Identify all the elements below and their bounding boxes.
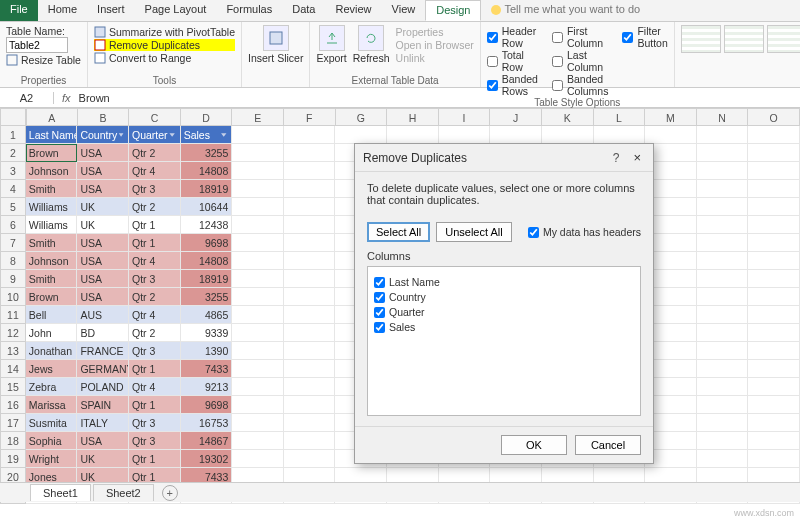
cell[interactable] — [232, 306, 284, 324]
cell[interactable]: Brown — [26, 288, 78, 306]
cell[interactable] — [697, 252, 749, 270]
row-header[interactable]: 19 — [0, 450, 26, 468]
cell[interactable]: Qtr 3 — [129, 180, 181, 198]
cell[interactable] — [232, 360, 284, 378]
column-checkbox[interactable]: Last Name — [374, 276, 634, 288]
cell[interactable]: POLAND — [77, 378, 129, 396]
column-checkbox[interactable]: Quarter — [374, 306, 634, 318]
row-header[interactable]: 16 — [0, 396, 26, 414]
col-header[interactable]: O — [748, 108, 800, 126]
row-header[interactable]: 14 — [0, 360, 26, 378]
cell[interactable] — [387, 126, 439, 144]
cell[interactable]: Smith — [26, 180, 78, 198]
cell[interactable] — [697, 414, 749, 432]
cell[interactable] — [697, 324, 749, 342]
cell[interactable]: Qtr 4 — [129, 252, 181, 270]
cell[interactable] — [232, 198, 284, 216]
cell[interactable] — [232, 288, 284, 306]
cell[interactable] — [284, 414, 336, 432]
cell[interactable] — [748, 270, 800, 288]
cell[interactable] — [645, 126, 697, 144]
cell[interactable] — [284, 450, 336, 468]
tab-insert[interactable]: Insert — [87, 0, 135, 21]
row-header[interactable]: 15 — [0, 378, 26, 396]
column-checkbox[interactable]: Country — [374, 291, 634, 303]
cell[interactable]: Qtr 4 — [129, 306, 181, 324]
row-header[interactable]: 3 — [0, 162, 26, 180]
select-all-button[interactable]: Select All — [367, 222, 430, 242]
cell[interactable]: Johnson — [26, 162, 78, 180]
tab-home[interactable]: Home — [38, 0, 87, 21]
col-header[interactable]: G — [336, 108, 388, 126]
row-header[interactable]: 12 — [0, 324, 26, 342]
cell[interactable] — [697, 450, 749, 468]
unselect-all-button[interactable]: Unselect All — [436, 222, 511, 242]
cell[interactable] — [284, 360, 336, 378]
cell[interactable]: AUS — [77, 306, 129, 324]
cell[interactable] — [697, 144, 749, 162]
cell[interactable]: Qtr 2 — [129, 198, 181, 216]
table-header-cell[interactable]: Sales — [181, 126, 233, 144]
cell[interactable]: Marissa — [26, 396, 78, 414]
col-header[interactable]: K — [542, 108, 594, 126]
cell[interactable]: 14808 — [181, 252, 233, 270]
cell[interactable]: USA — [77, 288, 129, 306]
row-header[interactable]: 2 — [0, 144, 26, 162]
cell[interactable]: Susmita — [26, 414, 78, 432]
cell[interactable] — [697, 288, 749, 306]
cell[interactable] — [697, 342, 749, 360]
tab-review[interactable]: Review — [325, 0, 381, 21]
cell[interactable]: 16753 — [181, 414, 233, 432]
cell[interactable] — [748, 450, 800, 468]
row-header[interactable]: 10 — [0, 288, 26, 306]
refresh[interactable]: Refresh — [353, 25, 390, 65]
cell[interactable]: ITALY — [77, 414, 129, 432]
cell[interactable]: Qtr 3 — [129, 270, 181, 288]
cell[interactable]: UK — [77, 450, 129, 468]
cell[interactable]: Qtr 2 — [129, 144, 181, 162]
table-header-cell[interactable]: Country — [77, 126, 129, 144]
cell[interactable]: 19302 — [181, 450, 233, 468]
cell[interactable]: Qtr 2 — [129, 288, 181, 306]
cell[interactable] — [748, 126, 800, 144]
tab-data[interactable]: Data — [282, 0, 325, 21]
cell[interactable] — [284, 432, 336, 450]
cell[interactable]: UK — [77, 216, 129, 234]
cell[interactable] — [232, 324, 284, 342]
cell[interactable]: Brown — [26, 144, 78, 162]
cell[interactable]: Smith — [26, 270, 78, 288]
col-header[interactable]: A — [26, 108, 78, 126]
cell[interactable] — [697, 270, 749, 288]
cell[interactable]: USA — [77, 234, 129, 252]
col-header[interactable]: N — [697, 108, 749, 126]
convert-to-range[interactable]: Convert to Range — [94, 52, 235, 64]
cell[interactable] — [284, 270, 336, 288]
cell[interactable]: Qtr 1 — [129, 360, 181, 378]
cell[interactable] — [748, 432, 800, 450]
col-header[interactable]: H — [387, 108, 439, 126]
cell[interactable]: Zebra — [26, 378, 78, 396]
cell[interactable] — [697, 234, 749, 252]
cell[interactable] — [232, 180, 284, 198]
cell[interactable] — [284, 144, 336, 162]
tab-view[interactable]: View — [382, 0, 426, 21]
cell[interactable]: Smith — [26, 234, 78, 252]
cell[interactable]: Sophia — [26, 432, 78, 450]
col-header[interactable]: J — [490, 108, 542, 126]
cell[interactable]: USA — [77, 252, 129, 270]
col-header[interactable]: D — [181, 108, 233, 126]
cell[interactable]: 3255 — [181, 144, 233, 162]
cell[interactable]: 7433 — [181, 360, 233, 378]
cell[interactable] — [284, 306, 336, 324]
cell[interactable] — [232, 216, 284, 234]
cell[interactable] — [748, 378, 800, 396]
cell[interactable] — [697, 216, 749, 234]
cell[interactable] — [748, 414, 800, 432]
cell[interactable]: 18919 — [181, 180, 233, 198]
formula-value[interactable]: Brown — [79, 92, 800, 104]
chk-header-row[interactable]: Header Row — [487, 25, 538, 49]
cell[interactable] — [748, 162, 800, 180]
cell[interactable] — [748, 306, 800, 324]
cell[interactable]: Qtr 3 — [129, 342, 181, 360]
cell[interactable] — [232, 144, 284, 162]
